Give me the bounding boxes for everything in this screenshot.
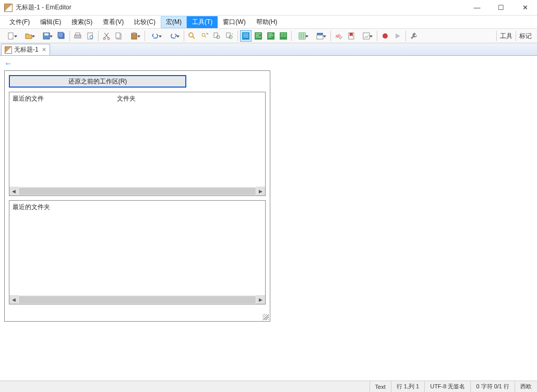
status-locale[interactable]: 西欧 (515, 381, 537, 392)
paste-button[interactable] (126, 30, 142, 42)
svg-rect-12 (116, 33, 120, 38)
redo-button[interactable] (165, 30, 182, 42)
back-arrow-icon[interactable]: ← (4, 59, 13, 68)
scroll-left-icon[interactable]: ◀ (9, 295, 18, 304)
replace-in-files-button[interactable] (224, 30, 235, 42)
status-counts: 0 字符 0/1 行 (470, 381, 515, 392)
status-text[interactable]: Text (369, 381, 391, 392)
menu-file[interactable]: 文件(F) (4, 16, 35, 28)
svg-rect-23 (267, 32, 275, 40)
svg-rect-13 (132, 33, 137, 39)
menu-help[interactable]: 帮助(H) (251, 16, 283, 28)
window-title: 无标题-1 - EmEditor (16, 3, 465, 12)
cut-button[interactable] (101, 30, 112, 42)
toolbar-label-tools[interactable]: 工具 (496, 31, 516, 41)
svg-rect-30 (363, 33, 369, 39)
spell-check-button[interactable]: ab (333, 30, 344, 42)
svg-rect-25 (299, 33, 305, 39)
menu-tools[interactable]: 工具(T) (187, 16, 218, 28)
toolbar: ab 工具 标记 (0, 29, 537, 43)
replace-button[interactable] (199, 30, 210, 42)
print-button[interactable] (72, 30, 83, 42)
wrap-column-button[interactable] (278, 30, 289, 42)
svg-rect-14 (133, 32, 136, 34)
run-macro-button[interactable] (392, 30, 403, 42)
copy-button[interactable] (113, 30, 125, 42)
configure-button[interactable] (358, 30, 375, 42)
svg-rect-27 (317, 35, 323, 39)
scroll-right-icon[interactable]: ▶ (256, 295, 265, 304)
new-button[interactable] (3, 30, 19, 42)
find-button[interactable] (186, 30, 198, 42)
toolbar-label-marks[interactable]: 标记 (516, 31, 535, 41)
record-macro-button[interactable] (379, 30, 391, 42)
tab-label: 无标题-1 (14, 45, 39, 54)
col-recent-folders: 最近的文件夹 (13, 203, 117, 212)
svg-rect-26 (317, 33, 323, 35)
svg-rect-19 (226, 33, 230, 38)
restore-workspace-button[interactable]: 还原之前的工作区(R) (9, 75, 186, 88)
save-button[interactable] (38, 30, 55, 42)
menubar: 文件(F) 编辑(E) 搜索(S) 查看(V) 比较(C) 宏(M) 工具(T)… (0, 16, 537, 29)
svg-text:ab: ab (336, 33, 341, 39)
col-recent-files: 最近的文件 (13, 94, 117, 103)
svg-rect-6 (76, 33, 80, 35)
svg-point-15 (189, 33, 193, 37)
save-all-button[interactable] (56, 30, 67, 42)
start-panel: 还原之前的工作区(R) 最近的文件 文件夹 ◀ ▶ 最近的文件夹 ◀ ▶ (4, 70, 270, 322)
recent-folders-list[interactable]: 最近的文件夹 ◀ ▶ (9, 200, 266, 304)
menu-window[interactable]: 窗口(W) (218, 16, 250, 28)
print-preview-button[interactable] (85, 30, 96, 42)
menu-compare[interactable]: 比较(C) (129, 16, 161, 28)
resize-grip-icon[interactable] (262, 314, 269, 320)
menu-view[interactable]: 查看(V) (98, 16, 129, 28)
scroll-right-icon[interactable]: ▶ (256, 187, 265, 195)
minimize-button[interactable]: — (465, 0, 489, 16)
horizontal-scrollbar[interactable]: ◀ ▶ (9, 187, 265, 195)
svg-point-31 (383, 33, 388, 39)
tab-close-icon[interactable]: ✕ (42, 46, 46, 53)
wrap-none-button[interactable] (240, 30, 252, 42)
tabbar: 无标题-1 ✕ (0, 43, 537, 56)
col-folders: 文件夹 (117, 94, 136, 103)
document-icon (5, 46, 12, 54)
close-button[interactable]: ✕ (513, 0, 537, 16)
editor-content: ← 还原之前的工作区(R) 最近的文件 文件夹 ◀ ▶ 最近的文件夹 ◀ ▶ (0, 56, 537, 381)
document-tab[interactable]: 无标题-1 ✕ (1, 44, 50, 55)
undo-button[interactable] (147, 30, 164, 42)
menu-macro[interactable]: 宏(M) (161, 16, 187, 28)
status-position[interactable]: 行 1,列 1 (391, 381, 424, 392)
wrap-window-button[interactable] (253, 30, 264, 42)
menu-search[interactable]: 搜索(S) (66, 16, 98, 28)
status-encoding[interactable]: UTF-8 无签名 (424, 381, 470, 392)
bookmark-button[interactable] (345, 30, 357, 42)
titlebar: 无标题-1 - EmEditor — ☐ ✕ (0, 0, 537, 16)
svg-rect-4 (58, 32, 63, 38)
maximize-button[interactable]: ☐ (489, 0, 513, 16)
horizontal-scrollbar-2[interactable]: ◀ ▶ (9, 295, 265, 304)
open-button[interactable] (20, 30, 37, 42)
svg-rect-0 (8, 33, 13, 39)
menu-edit[interactable]: 编辑(E) (35, 16, 66, 28)
heading-button[interactable] (312, 30, 328, 42)
recent-files-list[interactable]: 最近的文件 文件夹 ◀ ▶ (9, 92, 266, 196)
statusbar: Text 行 1,列 1 UTF-8 无签名 0 字符 0/1 行 西欧 (0, 381, 537, 392)
tools-button[interactable] (408, 30, 420, 42)
wrap-page-button[interactable] (265, 30, 277, 42)
csv-mode-button[interactable] (294, 30, 311, 42)
svg-rect-5 (75, 35, 81, 38)
svg-rect-17 (214, 33, 218, 38)
svg-rect-22 (255, 32, 262, 40)
scroll-left-icon[interactable]: ◀ (9, 187, 18, 195)
find-in-files-button[interactable] (211, 30, 223, 42)
svg-rect-21 (242, 32, 249, 40)
app-icon (4, 4, 13, 12)
svg-rect-2 (44, 33, 49, 35)
